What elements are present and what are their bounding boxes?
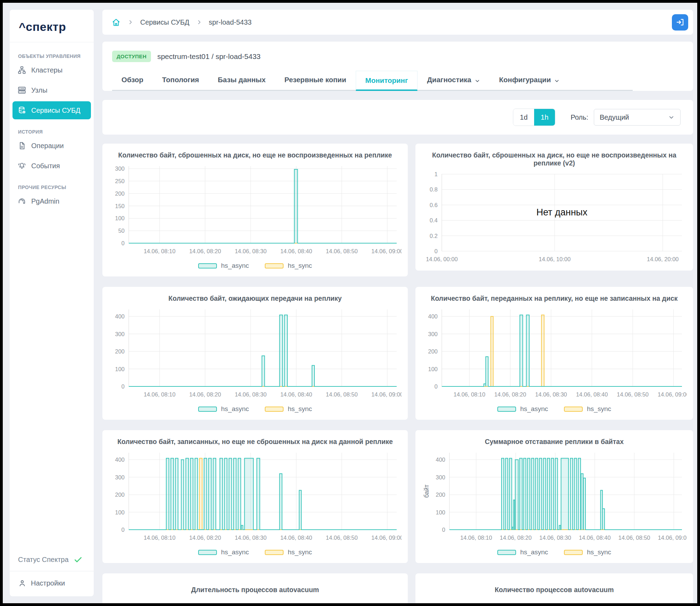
chart-title: Суммарное отставание реплики в байтах: [422, 438, 687, 446]
svg-text:Нет данных: Нет данных: [537, 207, 588, 217]
settings-label: Настройки: [31, 579, 65, 587]
range-button-1d[interactable]: 1d: [513, 109, 534, 126]
legend-swatch: [198, 550, 217, 555]
sidebar-item-узлы[interactable]: Узлы: [12, 81, 91, 99]
svg-text:14.06, 08:30: 14.06, 08:30: [535, 391, 567, 398]
legend-item-hs_async[interactable]: hs_async: [497, 405, 548, 413]
chart-plot: 010020030040014.06, 08:1014.06, 08:2014.…: [109, 449, 402, 543]
chart-area: [109, 597, 402, 603]
svg-text:14.06, 08:10: 14.06, 08:10: [460, 535, 492, 541]
svg-text:100: 100: [436, 509, 445, 515]
chart-plot: 010020030040014.06, 08:1014.06, 08:2014.…: [422, 449, 687, 543]
chart-area: 010020030040014.06, 08:1014.06, 08:2014.…: [422, 449, 687, 544]
role-select[interactable]: Ведущий: [594, 109, 681, 126]
svg-text:байт: байт: [423, 485, 430, 498]
svg-text:200: 200: [436, 492, 445, 498]
svg-text:14.06, 09:00: 14.06, 09:00: [658, 391, 687, 398]
legend-item-hs_async[interactable]: hs_async: [198, 548, 249, 556]
legend-item-hs_sync[interactable]: hs_sync: [564, 548, 611, 556]
legend-item-hs_sync[interactable]: hs_sync: [265, 405, 312, 413]
range-button-1h[interactable]: 1h: [534, 109, 555, 126]
sidebar-item-сервисы-субд[interactable]: Сервисы СУБД: [12, 101, 91, 119]
svg-text:14.06, 09:00: 14.06, 09:00: [371, 535, 402, 541]
svg-text:300: 300: [436, 474, 445, 480]
time-range-toggle: 1d1h: [513, 109, 555, 126]
legend-item-hs_async[interactable]: hs_async: [198, 262, 249, 270]
sidebar-item-операции[interactable]: Операции: [12, 137, 91, 155]
breadcrumb-item-services[interactable]: Сервисы СУБД: [140, 18, 189, 26]
tab-конфигурации[interactable]: Конфигурации: [490, 70, 569, 90]
chart-card-1: Количество байт, сброшенных на диск, но …: [415, 144, 693, 271]
chart-plot: 05010015020025030014.06, 08:1014.06, 08:…: [109, 162, 402, 256]
svg-text:14.06, 08:40: 14.06, 08:40: [280, 535, 312, 541]
svg-text:14.06, 08:50: 14.06, 08:50: [618, 535, 650, 541]
svg-text:14.06, 08:20: 14.06, 08:20: [189, 248, 221, 254]
legend-label: hs_async: [221, 405, 249, 413]
sidebar-item-label: Сервисы СУБД: [31, 106, 81, 114]
svg-text:0: 0: [435, 383, 438, 390]
chart-title: Количество процессов autovacuum: [422, 586, 687, 594]
legend-swatch: [265, 407, 284, 412]
chart-plot: 00.20.40.60.8114.06, 00:0014.06, 10:0014…: [422, 170, 687, 264]
sidebar-item-label: PgAdmin: [31, 197, 59, 205]
chevron-down-icon: [668, 114, 675, 121]
legend-item-hs_sync[interactable]: hs_sync: [265, 262, 312, 270]
svg-text:14.06, 08:30: 14.06, 08:30: [235, 535, 267, 541]
legend-item-hs_async[interactable]: hs_async: [497, 548, 548, 556]
sidebar-nav: ОБЪЕКТЫ УПРАВЛЕНИЯКластерыУзлыСервисы СУ…: [10, 42, 94, 212]
chart-title: Количество байт, записанных, но еще не с…: [109, 438, 402, 446]
svg-text:300: 300: [115, 474, 125, 480]
legend-item-hs_sync[interactable]: hs_sync: [564, 405, 611, 413]
legend-item-hs_async[interactable]: hs_async: [198, 405, 249, 413]
svg-text:0.4: 0.4: [430, 217, 438, 223]
operations-icon: [17, 141, 26, 150]
chart-title: Длительность процессов autovacuum: [109, 586, 402, 594]
tab-обзор[interactable]: Обзор: [112, 70, 153, 90]
sidebar-item-кластеры[interactable]: Кластеры: [12, 61, 91, 79]
tab-резервные-копии[interactable]: Резервные копии: [275, 70, 355, 90]
status-badge: ДОСТУПЕН: [112, 51, 151, 62]
svg-text:400: 400: [115, 456, 125, 463]
svg-text:400: 400: [115, 313, 125, 319]
tabs: ОбзорТопологияБазы данныхРезервные копии…: [112, 70, 633, 91]
tab-топология[interactable]: Топология: [153, 70, 209, 90]
home-icon[interactable]: [111, 18, 121, 27]
sidebar-item-pgadmin[interactable]: PgAdmin: [12, 192, 91, 210]
chart-plot: 010020030040014.06, 08:1014.06, 08:2014.…: [422, 305, 687, 400]
tab-мониторинг[interactable]: Мониторинг: [356, 71, 418, 91]
chart-title: Количество байт, переданных на реплику, …: [422, 295, 687, 302]
sidebar-item-label: События: [31, 162, 60, 170]
monitoring-controls: 1d1h Роль: Ведущий: [102, 100, 693, 135]
svg-text:0: 0: [435, 248, 438, 254]
user-icon: [18, 579, 26, 587]
settings-button[interactable]: Настройки: [10, 571, 94, 596]
legend-label: hs_sync: [587, 405, 611, 413]
svg-text:14.06, 08:20: 14.06, 08:20: [189, 535, 221, 541]
chart-card-7: Количество процессов autovacuum: [415, 573, 693, 603]
svg-text:300: 300: [115, 165, 125, 172]
sidebar-section-label: ИСТОРИЯ: [18, 129, 94, 135]
tab-label: Резервные копии: [284, 76, 346, 84]
svg-text:100: 100: [115, 509, 125, 515]
svg-text:200: 200: [428, 348, 438, 355]
spectrum-status: Статус Спектра: [10, 555, 94, 571]
tab-диагностика[interactable]: Диагностика: [418, 70, 489, 90]
legend-item-hs_sync[interactable]: hs_sync: [265, 548, 312, 556]
svg-text:0: 0: [121, 240, 125, 246]
chart-title: Количество байт, ожидающих передачи на р…: [109, 295, 402, 302]
logout-button[interactable]: [672, 14, 688, 31]
sidebar-section-label: ПРОЧИЕ РЕСУРСЫ: [18, 185, 94, 190]
chart-card-0: Количество байт, сброшенных на диск, но …: [102, 144, 408, 276]
svg-text:14.06, 20:00: 14.06, 20:00: [647, 256, 679, 262]
legend-label: hs_sync: [288, 548, 312, 556]
tab-базы-данных[interactable]: Базы данных: [209, 70, 275, 90]
svg-text:0: 0: [121, 527, 125, 533]
chart-plot: 010020030040014.06, 08:1014.06, 08:2014.…: [109, 305, 402, 400]
chart-area: 010020030040014.06, 08:1014.06, 08:2014.…: [422, 305, 687, 401]
svg-text:14.06, 08:30: 14.06, 08:30: [235, 248, 267, 254]
breadcrumb: Сервисы СУБД spr-load-5433: [102, 10, 693, 35]
chart-area: 00.20.40.60.8114.06, 00:0014.06, 10:0014…: [422, 170, 687, 266]
screenshot-frame: ^спектр ОБЪЕКТЫ УПРАВЛЕНИЯКластерыУзлыСе…: [0, 0, 700, 606]
svg-text:100: 100: [428, 366, 438, 372]
sidebar-item-события[interactable]: События: [12, 157, 91, 175]
